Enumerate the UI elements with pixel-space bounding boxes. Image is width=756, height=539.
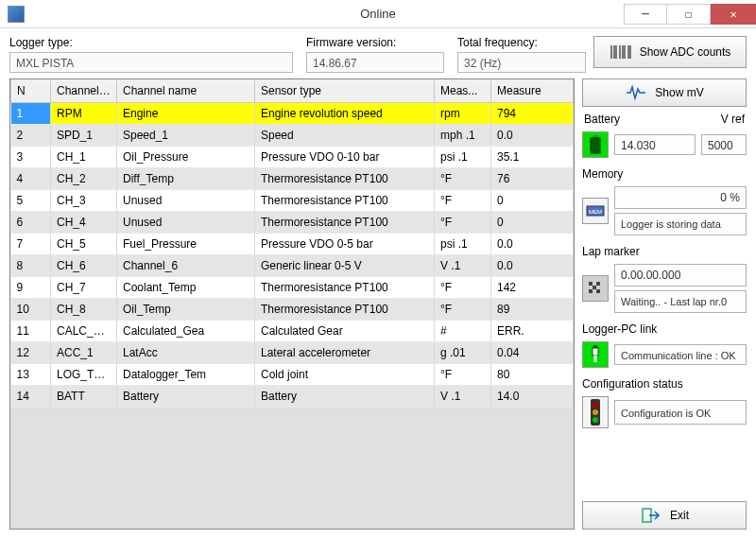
col-n[interactable]: N (11, 79, 51, 103)
cell-unit: V .1 (435, 255, 491, 277)
cell-name: Unused (117, 190, 255, 212)
exit-button[interactable]: Exit (582, 501, 747, 530)
cell-name: Oil_Pressure (117, 147, 255, 168)
battery-label: Battery (584, 113, 620, 126)
cell-sensor: Battery (255, 386, 435, 408)
cell-n: 12 (11, 342, 51, 364)
table-row[interactable]: 7CH_5Fuel_PressurePressure VDO 0-5 barps… (11, 234, 574, 255)
cell-unit: psi .1 (435, 147, 491, 168)
cell-id: CH_7 (51, 277, 117, 299)
svg-rect-14 (593, 286, 596, 289)
cell-measure: 794 (491, 103, 574, 125)
table-row[interactable]: 6CH_4UnusedThermoresistance PT100°F0 (11, 212, 574, 234)
show-mv-button[interactable]: Show mV (582, 78, 747, 107)
svg-rect-17 (593, 348, 598, 356)
cell-id: ACC_1 (51, 342, 117, 364)
svg-rect-16 (596, 289, 600, 293)
config-label: Configuration status (582, 374, 747, 391)
show-adc-button[interactable]: Show ADC counts (593, 36, 747, 68)
svg-rect-15 (589, 289, 593, 293)
minimize-button[interactable]: ─ (624, 4, 667, 25)
exit-icon (640, 505, 662, 526)
cell-id: CALC_GE... (51, 321, 117, 342)
table-row[interactable]: 9CH_7Coolant_TempThermoresistance PT100°… (11, 277, 574, 299)
cell-name: Oil_Temp (117, 299, 255, 321)
cell-unit: °F (435, 168, 491, 190)
maximize-button[interactable]: ☐ (667, 4, 711, 25)
memory-label: Memory (582, 164, 747, 181)
cell-name: LatAcc (117, 342, 255, 364)
cell-sensor: Engine revolution speed (255, 103, 435, 125)
table-row[interactable]: 14BATTBatteryBatteryV .114.0 (11, 386, 574, 408)
table-row[interactable]: 11CALC_GE...Calculated_GeaCalculated Gea… (11, 321, 574, 342)
table-header-row[interactable]: N Channel i... Channel name Sensor type … (11, 79, 574, 103)
lap-marker-label: Lap marker (582, 241, 747, 258)
table-row[interactable]: 13LOG_TMPDatalogger_TemCold joint°F80 (11, 364, 574, 386)
col-sensor-type[interactable]: Sensor type (255, 79, 435, 103)
firmware-label: Firmware version: (306, 36, 444, 49)
col-measure[interactable]: Measure (491, 79, 574, 103)
flag-icon (582, 275, 609, 302)
freq-value: 32 (Hz) (457, 52, 586, 73)
svg-point-22 (593, 402, 598, 408)
show-adc-label: Show ADC counts (640, 45, 731, 59)
cell-measure: 0.04 (491, 342, 574, 364)
cell-unit: °F (435, 299, 491, 321)
cell-name: Unused (117, 212, 255, 234)
freq-field: Total frequency: 32 (Hz) (457, 36, 586, 73)
cell-name: Engine (117, 103, 255, 125)
traffic-light-icon (582, 396, 609, 428)
cell-unit: V .1 (435, 386, 491, 408)
col-channel-name[interactable]: Channel name (117, 79, 255, 103)
table-row[interactable]: 3CH_1Oil_PressurePressure VDO 0-10 barps… (11, 147, 574, 168)
table-row[interactable]: 1RPMEngineEngine revolution speedrpm794 (11, 103, 574, 125)
cell-sensor: Thermoresistance PT100 (255, 168, 435, 190)
show-mv-label: Show mV (655, 86, 703, 99)
cell-unit: °F (435, 190, 491, 212)
table-row[interactable]: 10CH_8Oil_TempThermoresistance PT100°F89 (11, 299, 574, 321)
cell-sensor: Thermoresistance PT100 (255, 212, 435, 234)
col-unit[interactable]: Meas... (435, 79, 491, 103)
svg-text:MEM: MEM (589, 209, 602, 215)
svg-point-24 (593, 417, 598, 423)
col-channel-id[interactable]: Channel i... (51, 79, 117, 103)
cell-id: CH_3 (51, 190, 117, 212)
cell-n: 11 (11, 321, 51, 342)
cell-name: Datalogger_Tem (117, 364, 255, 386)
cell-id: CH_4 (51, 212, 117, 234)
cell-unit: mph .1 (435, 125, 491, 147)
channel-table[interactable]: N Channel i... Channel name Sensor type … (9, 78, 575, 530)
cell-id: CH_1 (51, 147, 117, 168)
table-row[interactable]: 8CH_6Channel_6Generic linear 0-5 VV .10.… (11, 255, 574, 277)
cell-sensor: Thermoresistance PT100 (255, 299, 435, 321)
cell-name: Speed_1 (117, 125, 255, 147)
svg-rect-12 (589, 282, 593, 286)
cell-id: CH_5 (51, 234, 117, 255)
table-row[interactable]: 4CH_2Diff_TempThermoresistance PT100°F76 (11, 168, 574, 190)
memory-icon: MEM (582, 198, 609, 224)
close-button[interactable]: ✕ (711, 4, 756, 25)
cell-n: 1 (11, 103, 51, 125)
cell-id: LOG_TMP (51, 364, 117, 386)
cell-unit: rpm (435, 103, 491, 125)
cell-n: 14 (11, 386, 51, 408)
logger-type-field: Logger type: MXL PISTA (9, 36, 293, 73)
battery-icon (582, 131, 609, 158)
cell-n: 8 (11, 255, 51, 277)
table-row[interactable]: 2SPD_1Speed_1Speedmph .10.0 (11, 125, 574, 147)
cell-measure: 80 (491, 364, 574, 386)
cell-sensor: Generic linear 0-5 V (255, 255, 435, 277)
cell-measure: 35.1 (491, 147, 574, 168)
table-row[interactable]: 12ACC_1LatAccLateral accelerometerg .010… (11, 342, 574, 364)
cell-measure: 0 (491, 212, 574, 234)
cell-measure: 0 (491, 190, 574, 212)
cell-measure: 0.0 (491, 125, 574, 147)
cell-sensor: Lateral accelerometer (255, 342, 435, 364)
cell-sensor: Calculated Gear (255, 321, 435, 342)
link-label: Logger-PC link (582, 319, 747, 336)
vref-label: V ref (721, 113, 745, 126)
cell-n: 9 (11, 277, 51, 299)
cell-n: 5 (11, 190, 51, 212)
title-bar: Online ─ ☐ ✕ (0, 0, 756, 28)
table-row[interactable]: 5CH_3UnusedThermoresistance PT100°F0 (11, 190, 574, 212)
